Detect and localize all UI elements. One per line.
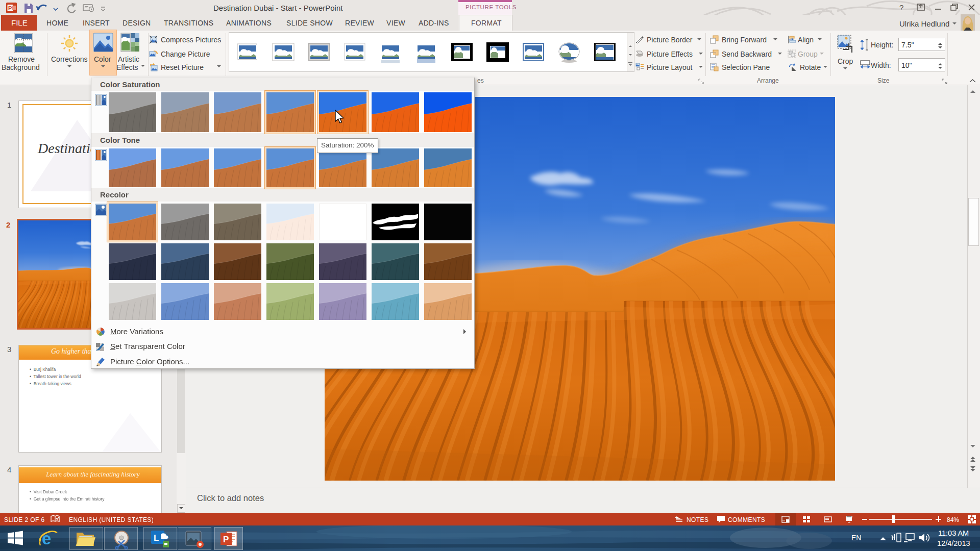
svg-text:P: P (8, 5, 12, 11)
svg-text:L: L (154, 533, 159, 543)
svg-text:?: ? (899, 3, 903, 12)
svg-text:P: P (223, 535, 229, 544)
